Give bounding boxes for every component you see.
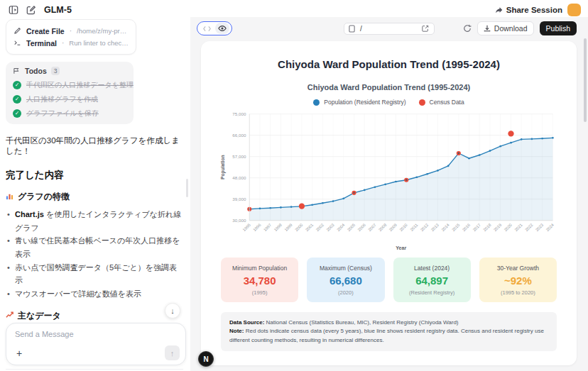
svg-text:Population: Population [220, 155, 226, 179]
preview-scrollbar[interactable] [584, 38, 587, 365]
tool-call-terminal[interactable]: Terminal · Run linter to check code [13, 37, 129, 49]
top-header-left: GLM-5 [7, 4, 72, 16]
section-heading-completed: 完了した内容 [6, 169, 183, 182]
flag-icon [13, 67, 21, 74]
chart-increasing-emoji-icon [6, 311, 13, 321]
composer-actions: + ↑ [13, 345, 180, 360]
stat-sub: (2020) [310, 289, 381, 296]
check-circle-icon: ✓ [13, 109, 21, 118]
features-heading: グラフの特徴 [6, 191, 183, 203]
svg-text:2024: 2024 [545, 222, 555, 232]
feature-item: 青い線で住民基本台帳ベースの年次人口推移を表示 [6, 234, 183, 260]
todos-header: Todos 3 [13, 67, 126, 75]
message-composer[interactable]: Send a Message + ↑ [6, 323, 186, 365]
url-path[interactable]: / [360, 25, 418, 33]
arrow-down-icon: ↓ [170, 306, 175, 315]
tool-name: Create File [26, 27, 65, 35]
open-external-icon[interactable] [422, 25, 430, 32]
preview-view-button[interactable] [215, 23, 229, 34]
preview-toolbar: / Download Publish [190, 17, 588, 40]
nextjs-badge[interactable]: N [198, 351, 214, 367]
svg-text:39,000: 39,000 [232, 196, 246, 201]
top-header: GLM-5 Share Session [0, 0, 588, 17]
download-button[interactable]: Download [477, 21, 534, 35]
download-icon [484, 25, 491, 32]
preview-content-card: Chiyoda Ward Population Trend (1995-2024… [201, 41, 577, 365]
bar-chart-emoji-icon [6, 192, 13, 202]
svg-text:2008: 2008 [378, 223, 387, 232]
view-mode-toggle [197, 21, 232, 35]
svg-text:2023: 2023 [535, 223, 544, 232]
todos-card[interactable]: Todos 3 ✓ 千代田区の人口推移データを整理 ✓ 人口推移グラフを作成 ✓… [6, 62, 134, 124]
stat-value: 34,780 [224, 275, 295, 287]
code-icon [203, 26, 211, 32]
stat-value: 64,897 [396, 275, 468, 287]
svg-text:2018: 2018 [482, 223, 491, 232]
share-session-button[interactable]: Share Session [495, 6, 562, 14]
tool-calls-card[interactable]: Create File · /home/z/my-project/src/app… [6, 19, 136, 55]
chat-panel: Create File · /home/z/my-project/src/app… [0, 17, 190, 371]
compose-icon [26, 5, 36, 15]
url-bar[interactable]: / [344, 23, 435, 35]
stat-value: ~92% [482, 275, 554, 287]
data-source-note: Data Source: National Census (Statistics… [221, 312, 557, 351]
check-circle-icon: ✓ [13, 95, 21, 104]
scroll-to-bottom-button[interactable]: ↓ [165, 303, 180, 319]
todo-label: 人口推移グラフを作成 [26, 94, 98, 104]
arrow-up-icon: ↑ [170, 349, 175, 358]
note-line-note: Note: Red dots indicate census data (eve… [229, 327, 548, 345]
preview-scrollbar-thumb[interactable] [584, 38, 587, 122]
send-button[interactable]: ↑ [165, 345, 180, 360]
legend-label: Population (Resident Registry) [324, 99, 405, 106]
refresh-button[interactable] [463, 24, 472, 33]
stat-label: Maximum (Census) [310, 265, 381, 272]
todo-label: 千代田区の人口推移データを整理 [26, 80, 134, 90]
legend-dot-blue [313, 99, 320, 106]
chat-scroll-area[interactable]: Create File · /home/z/my-project/src/app… [0, 17, 190, 371]
svg-text:2020: 2020 [503, 223, 513, 232]
share-session-label: Share Session [506, 6, 562, 14]
code-view-button[interactable] [200, 23, 214, 34]
terminal-icon [13, 39, 21, 47]
separator-dot: · [62, 39, 64, 47]
stat-card-maximum: Maximum (Census) 66,680 (2020) [307, 258, 384, 302]
stat-sub: (Resident Registry) [396, 289, 468, 296]
population-chart[interactable]: 1995199619971998199920002001200220032004… [218, 109, 560, 252]
message-input[interactable]: Send a Message [15, 330, 177, 338]
stat-card-growth: 30-Year Growth ~92% (1995 to 2020) [479, 258, 557, 302]
sidebar-toggle-button[interactable] [7, 4, 20, 16]
stat-card-latest: Latest (2024) 64,897 (Resident Registry) [393, 258, 471, 302]
svg-text:48,000: 48,000 [232, 175, 246, 180]
svg-text:2009: 2009 [388, 223, 398, 232]
svg-text:2005: 2005 [347, 223, 356, 232]
new-chat-button[interactable] [25, 4, 38, 16]
check-circle-icon: ✓ [13, 81, 21, 89]
svg-text:2022: 2022 [524, 223, 533, 232]
todos-title: Todos [25, 67, 47, 75]
svg-text:66,000: 66,000 [232, 133, 246, 138]
svg-text:2004: 2004 [336, 222, 346, 232]
legend-item-population[interactable]: Population (Resident Registry) [313, 99, 405, 106]
page-title: Chiyoda Ward Population Trend (1995-2024… [218, 58, 560, 70]
user-avatar[interactable] [567, 4, 581, 16]
legend-item-census[interactable]: Census Data [419, 99, 464, 106]
svg-text:2010: 2010 [398, 223, 408, 232]
app-title: GLM-5 [44, 5, 72, 15]
chart-title: Chiyoda Ward Population Trend (1995-2024… [218, 83, 560, 92]
svg-text:2007: 2007 [367, 223, 376, 232]
tool-call-create-file[interactable]: Create File · /home/z/my-project/src/app… [13, 25, 129, 37]
svg-text:2003: 2003 [325, 223, 334, 232]
svg-text:Year: Year [396, 245, 406, 251]
todo-item: ✓ 人口推移グラフを作成 [13, 94, 126, 104]
stat-label: Latest (2024) [396, 265, 468, 272]
sidebar-toggle-icon [9, 5, 18, 15]
publish-button[interactable]: Publish [540, 21, 577, 35]
preview-toolbar-right: Download Publish [463, 21, 577, 35]
todos-count-badge: 3 [51, 67, 60, 75]
svg-text:1998: 1998 [273, 223, 283, 232]
attach-button[interactable]: + [13, 348, 25, 359]
todo-label: グラフファイルを保存 [26, 109, 99, 118]
chat-scrollbar-thumb[interactable] [186, 179, 188, 197]
tool-name: Terminal [26, 39, 57, 48]
share-icon [495, 6, 503, 14]
